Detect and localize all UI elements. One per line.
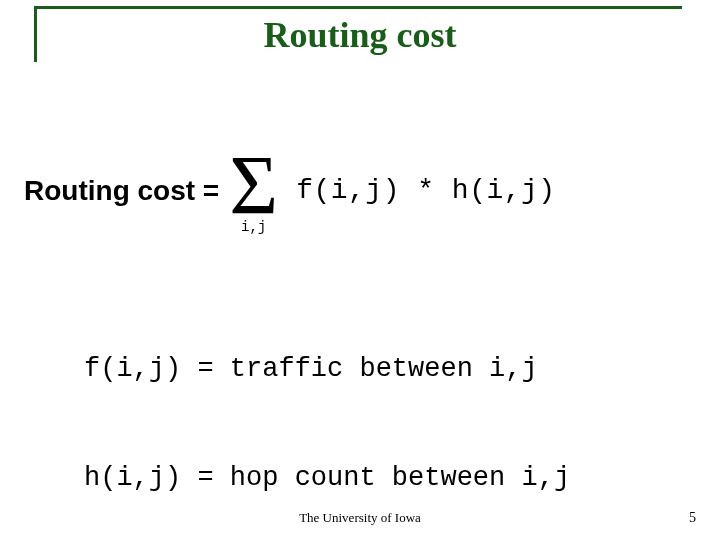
formula-row: Routing cost = Σ i,j f(i,j) * h(i,j) [24, 148, 556, 234]
def-h: h(i,j) = hop count between i,j [84, 460, 570, 496]
sigma-symbol: Σ [229, 148, 278, 224]
definitions: f(i,j) = traffic between i,j h(i,j) = ho… [84, 278, 570, 540]
slide-title: Routing cost [0, 14, 720, 56]
footer-affiliation: The University of Iowa [0, 510, 720, 526]
sigma-wrap: Σ i,j [229, 148, 278, 234]
slide: Routing cost Routing cost = Σ i,j f(i,j)… [0, 0, 720, 540]
formula-rhs: f(i,j) * h(i,j) [296, 175, 556, 206]
page-number: 5 [689, 510, 696, 526]
def-f: f(i,j) = traffic between i,j [84, 351, 570, 387]
formula-lhs: Routing cost = [24, 175, 219, 207]
title-rule-top [34, 6, 682, 9]
sigma-subscript: i,j [241, 220, 266, 234]
